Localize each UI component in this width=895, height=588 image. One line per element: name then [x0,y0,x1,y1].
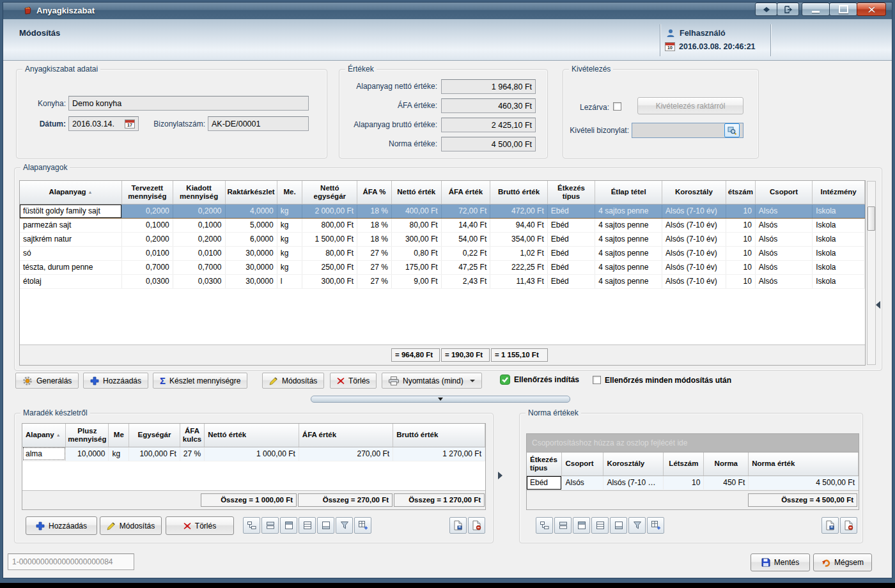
konyha-field[interactable]: Demo konyha [68,96,309,111]
cell[interactable]: Ebéd [527,476,562,490]
horizontal-splitter[interactable] [311,396,570,403]
cell[interactable]: Alsós (7-10 év) [662,218,726,232]
remove-document-button[interactable] [840,517,857,534]
cell[interactable]: 0,0300 [122,274,173,288]
column-header[interactable]: Tervezett mennyiség [122,181,173,204]
cell[interactable]: parmezán sajt [20,218,122,232]
cell[interactable]: 80,00 Ft [302,246,357,260]
window-switch-button[interactable] [755,3,777,16]
cell[interactable]: Alsós (7-10 … [603,476,664,490]
column-header[interactable]: Egységár [129,424,180,447]
cell[interactable]: Alsós (7-10 év) [662,260,726,274]
cell[interactable]: 18 % [357,204,392,218]
ellenorzes-inditas-button[interactable]: Ellenőrzés indítás [500,375,579,385]
cell[interactable]: Ebéd [547,260,595,274]
cell[interactable]: Alsós (7-10 év) [662,246,726,260]
cell[interactable]: 27 % [180,447,204,461]
cell[interactable]: 11,43 Ft [490,274,548,288]
cell[interactable]: 0,2000 [122,204,173,218]
cell[interactable]: 0,0100 [173,246,225,260]
cell[interactable]: Alsós [562,476,603,490]
cell[interactable]: 27 % [357,274,392,288]
cell[interactable]: 4 500,00 Ft [749,476,859,490]
cell[interactable]: Iskola [813,260,865,274]
lookup-button[interactable] [724,123,740,137]
cell[interactable]: 10 [726,218,755,232]
cell[interactable]: 354,00 Ft [490,232,548,246]
layout-customize-button[interactable] [243,517,260,534]
column-header[interactable]: Plusz mennyiség [66,424,109,447]
cell[interactable]: 10 [726,232,755,246]
cell[interactable]: Alsós [755,260,812,274]
row-lines-button[interactable] [299,517,316,534]
cell[interactable]: 72,00 Ft [441,204,490,218]
cell[interactable]: 2 000,00 Ft [302,204,357,218]
column-header[interactable]: Raktárkészlet [225,181,277,204]
table-row[interactable]: étolaj0,03000,030030,0000l300,00 Ft27 %9… [20,274,865,288]
table-row[interactable]: parmezán sajt0,10000,10005,0000kg800,00 … [20,218,865,232]
row-lines-button[interactable] [591,517,609,534]
column-header[interactable]: Norma [704,453,749,476]
cell[interactable]: 18 % [357,232,392,246]
cell[interactable]: 4 sajtos penne [595,246,662,260]
cell[interactable]: 300,00 Ft [391,232,441,246]
cell[interactable]: 10 [726,204,755,218]
column-header[interactable]: Bruttó érték [490,181,548,204]
cell[interactable]: 222,25 Ft [490,260,548,274]
cell[interactable]: Iskola [813,274,865,288]
column-header[interactable]: Korosztály [662,181,726,204]
table-row[interactable]: EbédAlsósAlsós (7-10 …10450 Ft4 500,00 F… [527,476,859,490]
cell[interactable]: 0,80 Ft [391,246,441,260]
cell[interactable]: 10 [726,246,755,260]
column-header[interactable]: ÁFA kulcs [180,424,204,447]
cell[interactable]: 47,25 Ft [441,260,490,274]
group-by-hint[interactable]: Csoportosításhoz húzza az oszlop fejlécé… [527,434,859,453]
vertical-scrollbar[interactable] [867,181,876,365]
column-header[interactable]: Csoport [562,453,603,476]
cell[interactable]: 30,0000 [225,246,277,260]
cell[interactable]: sajtkrém natur [20,232,122,246]
cell[interactable]: 450 Ft [704,476,749,490]
cell[interactable]: Alsós [755,246,812,260]
datum-field[interactable]: 2016.03.14. 17 [68,116,139,131]
hozzaadas-button[interactable]: Hozzáadás [83,373,148,389]
cell[interactable]: 2,43 Ft [441,274,490,288]
cell[interactable]: 5,0000 [225,218,277,232]
cell[interactable]: 0,0100 [122,246,173,260]
table-row[interactable]: alma10,0000kg100,000 Ft27 %1 000,00 Ft27… [22,447,485,461]
header-toggle-button[interactable] [280,517,297,534]
cell[interactable]: 27 % [357,260,392,274]
cell[interactable]: 300,00 Ft [302,274,357,288]
header-toggle-button[interactable] [573,517,590,534]
cell[interactable]: 0,1000 [122,218,173,232]
cell[interactable]: Iskola [813,218,865,232]
cell[interactable]: 4 sajtos penne [595,260,662,274]
kivetelezes-raktarrol-button[interactable]: Kivételezés raktárról [637,97,743,114]
cell[interactable]: 0,0300 [173,274,225,288]
column-header[interactable]: étszám [726,181,755,204]
collapse-panel-right-arrow[interactable] [498,472,502,479]
cell[interactable]: 30,0000 [225,260,277,274]
cell[interactable]: 0,1000 [173,218,225,232]
calendar-button[interactable]: 17 [125,120,135,128]
maximize-button[interactable] [829,3,857,16]
cell[interactable]: füstölt goldy family sajt [20,204,122,218]
cell[interactable]: 0,7000 [122,260,173,274]
column-header[interactable]: ÁFA érték [441,181,490,204]
column-header[interactable]: Étlap tétel [595,181,662,204]
cell[interactable]: 94,40 Ft [490,218,548,232]
column-header[interactable]: ÁFA % [357,181,392,204]
logout-button[interactable] [777,3,799,16]
table-row[interactable]: füstölt goldy family sajt0,20000,20004,0… [20,204,865,218]
cell[interactable]: 1,02 Ft [490,246,548,260]
column-header[interactable]: Étkezés típus [547,181,595,204]
column-header[interactable]: Létszám [664,453,704,476]
cell[interactable]: étolaj [20,274,122,288]
megsem-button[interactable]: Mégsem [813,553,872,571]
column-header[interactable]: Étkezés típus [527,453,562,476]
filter-button[interactable] [628,517,646,534]
column-header[interactable]: Kiadott mennyiség [173,181,225,204]
cell[interactable]: Alsós (7-10 év) [662,274,726,288]
nyomtatas-button[interactable]: Nyomtatás (mind) [382,373,482,389]
cell[interactable]: 0,22 Ft [441,246,490,260]
